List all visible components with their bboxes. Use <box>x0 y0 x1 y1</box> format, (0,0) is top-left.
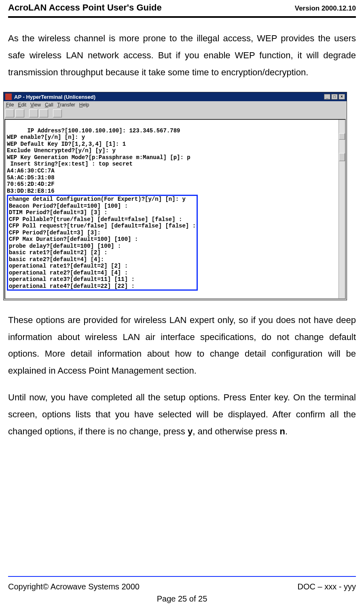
terminal-text-top: IP Address?[100.100.100.100]: 123.345.56… <box>7 128 190 194</box>
paragraph-2: These options are provided for wireless … <box>8 312 356 379</box>
p3-mid: , and otherwise press <box>193 426 279 436</box>
menu-transfer[interactable]: Transfer <box>57 102 75 108</box>
footer: Copyright© Acrowave Systems 2000 DOC – x… <box>8 582 356 591</box>
toolbar-button-3[interactable] <box>29 109 38 117</box>
footer-rule <box>8 576 356 577</box>
hyperterminal-window: AP - HyperTerminal (Unlicensed) _ □ × Fi… <box>3 92 347 300</box>
doc-title: AcroLAN Access Point User's Guide <box>8 2 162 13</box>
terminal-area[interactable]: IP Address?[100.100.100.100]: 123.345.56… <box>4 119 346 299</box>
toolbar-button-5[interactable] <box>53 109 62 117</box>
vertical-scrollbar[interactable] <box>339 120 345 298</box>
doc-number: DOC – xxx - yyy <box>298 582 356 591</box>
toolbar <box>4 108 347 119</box>
scrollbar-up-icon[interactable] <box>339 133 345 140</box>
paragraph-1: As the wireless channel is more prone to… <box>8 30 356 81</box>
app-icon <box>5 94 12 100</box>
menu-file[interactable]: File <box>6 102 14 108</box>
maximize-button[interactable]: □ <box>331 94 338 100</box>
doc-version: Version 2000.12.10 <box>295 4 356 13</box>
window-titlebar[interactable]: AP - HyperTerminal (Unlicensed) _ □ × <box>4 92 347 101</box>
window-title: AP - HyperTerminal (Unlicensed) <box>14 94 95 100</box>
scrollbar-thumb[interactable] <box>339 153 345 161</box>
menu-help[interactable]: Help <box>79 102 89 108</box>
p3-pre: Until now, you have completed all the se… <box>8 392 356 436</box>
header-rule <box>8 16 356 18</box>
toolbar-button-4[interactable] <box>39 109 48 117</box>
key-y: y <box>188 426 193 436</box>
menubar: File Edit View Call Transfer Help <box>4 101 347 108</box>
menu-view[interactable]: View <box>30 102 41 108</box>
page-number: Page 25 of 25 <box>0 594 364 604</box>
body-2: These options are provided for wireless … <box>0 312 364 440</box>
toolbar-button-2[interactable] <box>15 109 24 117</box>
close-button[interactable]: × <box>339 94 345 100</box>
body: As the wireless channel is more prone to… <box>0 30 364 81</box>
menu-call[interactable]: Call <box>45 102 53 108</box>
page-header: AcroLAN Access Point User's Guide Versio… <box>0 0 364 16</box>
p3-end: . <box>285 426 288 436</box>
terminal-text-box: change detail Configuration(For Expert)?… <box>9 196 196 289</box>
copyright: Copyright© Acrowave Systems 2000 <box>8 582 140 591</box>
minimize-button[interactable]: _ <box>324 94 330 100</box>
menu-edit[interactable]: Edit <box>18 102 26 108</box>
key-n: n <box>279 426 285 436</box>
expert-config-highlight: change detail Configuration(For Expert)?… <box>7 195 198 291</box>
toolbar-button-1[interactable] <box>5 109 14 117</box>
paragraph-3: Until now, you have completed all the se… <box>8 389 356 440</box>
